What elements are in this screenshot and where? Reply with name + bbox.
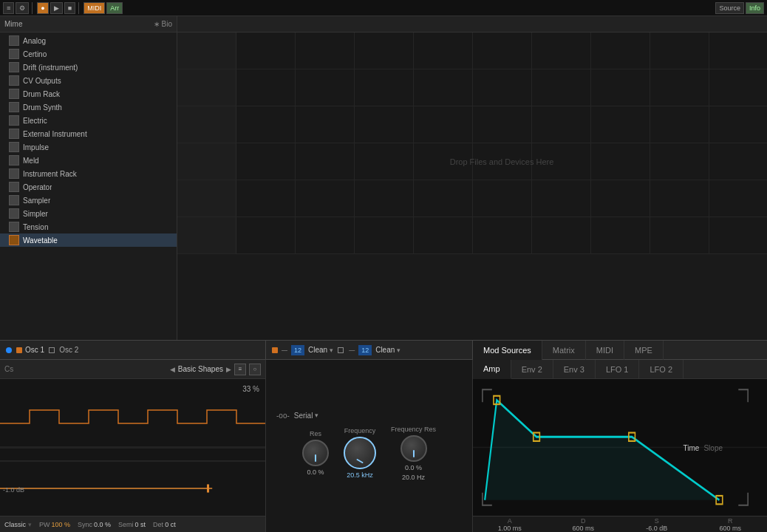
sync-param[interactable]: Sync 0.0 %	[78, 521, 111, 528]
filter1-name: Clean	[308, 346, 327, 354]
menu-btn-1[interactable]: ≡	[3, 2, 14, 14]
env-label-a: A 1.00 ms	[473, 517, 547, 532]
preset-prev-arrow[interactable]: ◀	[170, 366, 175, 373]
track-label-5	[177, 180, 236, 216]
info-btn[interactable]: Info	[746, 2, 764, 14]
play-btn[interactable]: ▶	[50, 2, 63, 14]
mod-tab-midi[interactable]: MIDI	[586, 341, 624, 360]
sidebar-item-meld[interactable]: Meld	[0, 154, 177, 167]
sidebar-item-drumsynth[interactable]: Drum Synth	[0, 100, 177, 114]
track-content-3	[236, 106, 767, 143]
env-tab-env3[interactable]: Env 3	[553, 360, 596, 379]
time-slope-label: Time Slope	[684, 443, 723, 451]
env-s-key: S	[655, 517, 659, 525]
preset-menu-btn[interactable]: ○	[249, 364, 261, 375]
track-area: Drop Files and Devices Here	[177, 16, 767, 340]
env-tab-amp[interactable]: Amp	[473, 360, 511, 379]
track-content-5	[236, 180, 767, 216]
folder-icon-meld	[9, 155, 19, 166]
env-label-d: D 600 ms	[547, 517, 621, 532]
midi-btn[interactable]: MIDI	[83, 2, 105, 14]
osc1-tab[interactable]: Osc 1	[16, 346, 44, 354]
mod-tab-matrix[interactable]: Matrix	[542, 341, 586, 360]
sidebar-item-simpler[interactable]: Simpler	[0, 207, 177, 220]
sidebar-item-drift[interactable]: Drift (instrument)	[0, 61, 177, 74]
folder-icon-drumsynth	[9, 102, 19, 112]
sidebar-item-sampler[interactable]: Sampler	[0, 194, 177, 207]
res-label: Res	[310, 430, 321, 437]
osc-param-bar: Classic ▾ PW 100 % Sync 0.0 % Semi 0 st …	[0, 516, 265, 532]
freq-knob[interactable]	[344, 437, 376, 469]
sidebar-item-analog[interactable]: Analog	[0, 34, 177, 47]
menu-btn-2[interactable]: ⚙	[16, 2, 29, 14]
preset-list-btn[interactable]: ≡	[234, 364, 246, 375]
semi-label: Semi	[118, 521, 134, 528]
env-tab-bar: Amp Env 2 Env 3 LFO 1 LFO 2	[473, 360, 767, 379]
osc-status-dot	[6, 347, 12, 353]
env-a-val: 1.00 ms	[498, 525, 522, 532]
track-lines-1	[236, 33, 767, 69]
track-item-6	[177, 217, 767, 254]
filter2-num: 12	[358, 345, 372, 355]
env-tab-env2[interactable]: Env 2	[511, 360, 553, 379]
filter1-arrow: ▾	[330, 347, 333, 354]
folder-icon-simpler	[9, 208, 19, 219]
serial-arrow: ▾	[315, 412, 318, 419]
sidebar-header: Mime ∗ Bio	[0, 16, 177, 33]
sidebar-item-cv[interactable]: CV Outputs	[0, 74, 177, 87]
track-lines-6	[236, 217, 767, 253]
osc2-tab[interactable]: Osc 2	[49, 346, 78, 354]
filter2-tab[interactable]: — 12 Clean ▾	[338, 345, 400, 355]
filter-section: -oo- Serial ▾ Res 0.0 %	[266, 360, 473, 532]
freqres-knob[interactable]	[400, 435, 427, 462]
osc-percent: 33 %	[242, 385, 259, 393]
env-label-r: R 600 ms	[694, 517, 768, 532]
sidebar-item-operator[interactable]: Operator	[0, 180, 177, 194]
folder-icon-drumrack	[9, 89, 19, 99]
sidebar-item-instrack[interactable]: Instrument Rack	[0, 167, 177, 180]
mod-tab-mpe[interactable]: MPE	[624, 341, 664, 360]
folder-icon-cv	[9, 75, 19, 86]
env-tab-lfo2[interactable]: LFO 2	[639, 360, 684, 379]
serial-btn[interactable]: Serial ▾	[294, 412, 319, 420]
sidebar-item-certino[interactable]: Certino	[0, 47, 177, 61]
env-r-val: 600 ms	[719, 525, 741, 532]
sidebar-item-drumrack[interactable]: Drum Rack	[0, 87, 177, 100]
audio-btn[interactable]: Arr	[106, 2, 123, 14]
sidebar-item-impulse[interactable]: Impulse	[0, 140, 177, 154]
filter-route-row: -oo- Serial ▾	[272, 412, 466, 420]
preset-next-arrow[interactable]: ▶	[226, 366, 231, 373]
filter1-tab[interactable]: — 12 Clean ▾	[272, 345, 333, 355]
waveform-grid	[0, 379, 265, 516]
env-tab-lfo1[interactable]: LFO 1	[596, 360, 640, 379]
track-label-1	[177, 33, 236, 69]
type-value: Classic	[4, 521, 26, 528]
stop-btn[interactable]: ■	[64, 2, 75, 14]
sidebar-item-wavetable[interactable]: Wavetable	[0, 233, 177, 247]
track-item-4: Drop Files and Devices Here	[177, 143, 767, 180]
sidebar-item-tension[interactable]: Tension	[0, 220, 177, 233]
env-d-key: D	[581, 517, 586, 525]
pw-param[interactable]: PW 100 %	[39, 521, 70, 528]
record-btn[interactable]: ●	[37, 2, 48, 14]
type-param[interactable]: Classic ▾	[4, 521, 32, 528]
transport-section: ● ▶ ■	[37, 2, 81, 14]
menu-section: ≡ ⚙	[3, 2, 34, 14]
envelope-section: Amp Env 2 Env 3 LFO 1 LFO 2 N	[473, 360, 767, 532]
sidebar-label-tension: Tension	[23, 223, 48, 231]
drop-text: Drop Files and Devices Here	[450, 157, 554, 166]
preset-selector[interactable]: ◀ Basic Shapes ▶ ≡ ○	[170, 364, 261, 375]
det-param[interactable]: Det 0 ct	[153, 521, 176, 528]
track-content-4: Drop Files and Devices Here	[236, 143, 767, 180]
midi-section: MIDI Arr	[83, 2, 123, 14]
semi-param[interactable]: Semi 0 st	[118, 521, 146, 528]
res-knob[interactable]	[302, 440, 329, 466]
env-display: None ▾	[473, 379, 767, 516]
folder-icon-extinst	[9, 129, 19, 139]
source-btn[interactable]: Source	[715, 2, 744, 14]
sidebar-item-electric[interactable]: Electric	[0, 114, 177, 127]
freq-knob-group: Frequency 20.5 kHz	[344, 427, 376, 479]
det-label: Det	[153, 521, 163, 528]
mod-tab-sources[interactable]: Mod Sources	[473, 341, 542, 360]
sidebar-item-extinst[interactable]: External Instrument	[0, 127, 177, 140]
